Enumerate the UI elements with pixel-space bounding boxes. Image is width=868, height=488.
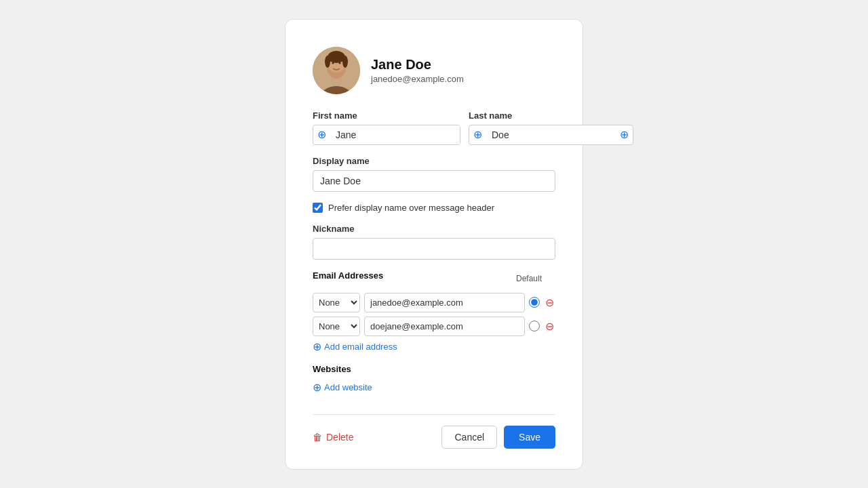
cancel-button[interactable]: Cancel xyxy=(441,426,497,449)
last-name-add-icon[interactable]: ⊕ xyxy=(616,128,633,141)
email-section: Email Addresses Default None Home Work O… xyxy=(313,270,555,353)
save-button[interactable]: Save xyxy=(504,426,555,449)
footer-right: Cancel Save xyxy=(441,426,555,449)
svg-point-8 xyxy=(339,62,341,64)
first-name-plus-icon[interactable]: ⊕ xyxy=(313,128,330,141)
contact-edit-card: Jane Doe janedoe@example.com First name … xyxy=(285,19,583,470)
last-name-input-wrapper: ⊕ ⊕ xyxy=(469,125,633,145)
add-website-button[interactable]: ⊕ Add website xyxy=(313,381,372,394)
email-row-1: None Home Work Other ⊖ xyxy=(313,293,555,312)
websites-section: Websites ⊕ Add website xyxy=(313,364,555,394)
profile-header: Jane Doe janedoe@example.com xyxy=(313,47,555,94)
delete-label: Delete xyxy=(326,432,353,443)
svg-point-5 xyxy=(325,56,330,68)
display-name-input[interactable] xyxy=(313,170,555,192)
last-name-group: Last name ⊕ ⊕ xyxy=(469,110,633,145)
nickname-group: Nickname xyxy=(313,224,555,260)
delete-button[interactable]: 🗑 Delete xyxy=(313,432,353,443)
email-default-radio-1[interactable] xyxy=(529,297,540,308)
footer-divider xyxy=(313,414,555,415)
email-delete-btn-2[interactable]: ⊖ xyxy=(544,320,555,333)
email-section-title: Email Addresses xyxy=(313,270,383,281)
email-input-1[interactable] xyxy=(364,293,525,312)
prefer-display-name-row: Prefer display name over message header xyxy=(313,203,555,213)
first-name-input-wrapper: ⊕ xyxy=(313,125,460,145)
svg-point-6 xyxy=(342,56,348,68)
profile-info: Jane Doe janedoe@example.com xyxy=(371,57,464,84)
svg-point-7 xyxy=(332,62,334,64)
add-email-icon: ⊕ xyxy=(313,340,321,353)
footer: 🗑 Delete Cancel Save xyxy=(313,426,555,449)
email-delete-btn-1[interactable]: ⊖ xyxy=(544,296,555,309)
email-type-select-2[interactable]: None Home Work Other xyxy=(313,317,360,336)
email-row-2: None Home Work Other ⊖ xyxy=(313,317,555,336)
first-name-label: First name xyxy=(313,110,460,121)
display-name-group: Display name xyxy=(313,156,555,192)
email-type-select-1[interactable]: None Home Work Other xyxy=(313,293,360,312)
delete-icon: 🗑 xyxy=(313,432,322,443)
profile-name: Jane Doe xyxy=(371,57,464,73)
nickname-input[interactable] xyxy=(313,238,555,260)
email-default-radio-2[interactable] xyxy=(529,321,540,331)
nickname-label: Nickname xyxy=(313,224,555,234)
default-label: Default xyxy=(516,274,542,283)
first-name-input[interactable] xyxy=(330,125,460,144)
last-name-input[interactable] xyxy=(486,125,616,144)
email-input-2[interactable] xyxy=(364,317,525,336)
add-email-label: Add email address xyxy=(324,342,397,352)
prefer-display-name-checkbox[interactable] xyxy=(313,203,323,213)
websites-title: Websites xyxy=(313,364,555,374)
add-website-label: Add website xyxy=(324,382,372,392)
display-name-label: Display name xyxy=(313,156,555,166)
avatar xyxy=(313,47,360,94)
add-email-button[interactable]: ⊕ Add email address xyxy=(313,340,397,353)
name-row: First name ⊕ Last name ⊕ ⊕ xyxy=(313,110,555,145)
profile-email: janedoe@example.com xyxy=(371,74,464,84)
last-name-label: Last name xyxy=(469,110,633,121)
add-website-icon: ⊕ xyxy=(313,381,321,394)
prefer-display-name-label: Prefer display name over message header xyxy=(328,203,494,213)
first-name-group: First name ⊕ xyxy=(313,110,460,145)
last-name-plus-icon[interactable]: ⊕ xyxy=(469,128,486,141)
email-header: Email Addresses Default xyxy=(313,270,555,287)
